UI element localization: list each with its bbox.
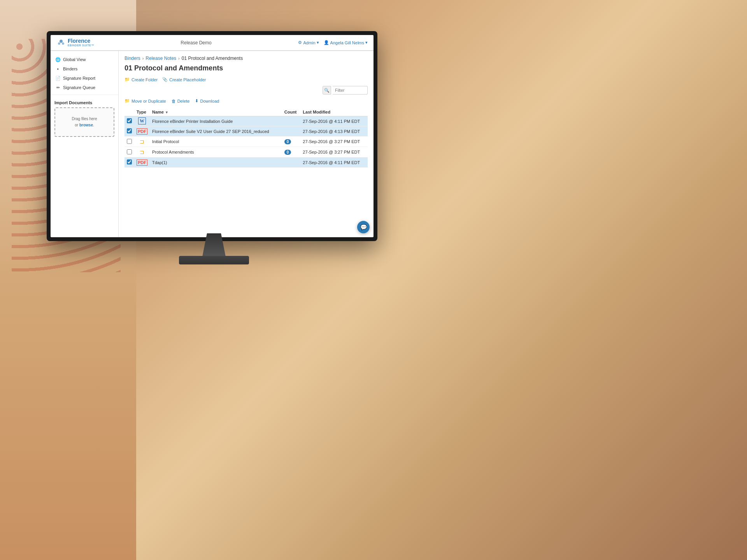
row-checkbox-5[interactable] (127, 159, 132, 164)
breadcrumb-sep-1: › (142, 56, 144, 61)
row-checkbox-3[interactable] (127, 139, 132, 144)
table-row: PDFFlorence eBinder Suite V2 User Guide … (124, 126, 368, 136)
browse-link[interactable]: browse (79, 123, 93, 127)
chat-icon: 💬 (360, 224, 367, 230)
row-checkbox-2[interactable] (127, 128, 132, 133)
table-row: WFlorence eBinder Printer Installation G… (124, 116, 368, 126)
col-header-checkbox (124, 108, 134, 116)
breadcrumb-binders[interactable]: Binders (124, 56, 140, 61)
user-dropdown-arrow: ▾ (365, 40, 368, 45)
col-header-last-modified: Last Modified (300, 108, 368, 116)
breadcrumb: Binders › Release Notes › 01 Protocol an… (124, 56, 368, 61)
row-type-1: W (134, 116, 150, 126)
row-name-1[interactable]: Florence eBinder Printer Installation Gu… (150, 116, 282, 126)
logo-text: Florence eBINDER SUITE™ (68, 38, 94, 47)
row-checkbox-1[interactable] (127, 118, 132, 123)
row-count-4: 0 (282, 147, 301, 158)
sidebar-item-signature-report[interactable]: 📄 Signature Report (51, 74, 118, 83)
file-table: Type Name ▼ Count Last Modified WFlorenc… (124, 108, 368, 168)
logo-area: Florence eBINDER SUITE™ (56, 38, 94, 47)
binders-icon: ▪ (55, 66, 61, 72)
row-name-5[interactable]: Tdap(1) (150, 158, 282, 168)
row-count-5 (282, 158, 301, 168)
row-modified-1: 27-Sep-2016 @ 4:11 PM EDT (300, 116, 368, 126)
create-folder-icon: 📁 (124, 77, 130, 82)
sidebar-divider (51, 94, 118, 95)
sidebar: 🌐 Global View ▪ Binders 📄 Signature Repo… (51, 51, 119, 237)
sidebar-label-signature-report: Signature Report (63, 76, 95, 80)
logo-suite: eBINDER SUITE™ (68, 44, 94, 47)
download-icon: ⬇ (195, 98, 198, 103)
row-name-3[interactable]: Initial Protocol (150, 136, 282, 147)
main-content: Binders › Release Notes › 01 Protocol an… (119, 51, 374, 237)
create-folder-button[interactable]: 📁 Create Folder (124, 76, 158, 83)
florence-logo-icon (56, 38, 66, 47)
search-row: 🔍 (124, 86, 368, 94)
import-label: Import Documents (54, 100, 114, 105)
app-body: 🌐 Global View ▪ Binders 📄 Signature Repo… (51, 51, 374, 237)
monitor-wrapper: Florence eBINDER SUITE™ Release Demo ⚙ A… (47, 31, 381, 272)
user-icon: 👤 (324, 40, 329, 45)
admin-menu[interactable]: ⚙ Admin ▾ (298, 40, 319, 45)
download-label: Download (200, 99, 219, 103)
search-button[interactable]: 🔍 (323, 86, 331, 94)
user-label: Angela Gill Nelms (330, 40, 364, 45)
row-type-2: PDF (134, 126, 150, 136)
row-count-2 (282, 126, 301, 136)
breadcrumb-current: 01 Protocol and Amendments (182, 56, 243, 61)
trash-icon: 🗑 (172, 99, 176, 103)
col-header-count: Count (282, 108, 301, 116)
gear-icon: ⚙ (298, 40, 302, 45)
monitor-screen: Florence eBINDER SUITE™ Release Demo ⚙ A… (51, 35, 374, 237)
row-type-5: PDF (134, 158, 150, 168)
row-modified-5: 27-Sep-2016 @ 4:11 PM EDT (300, 158, 368, 168)
table-row: PDFTdap(1)27-Sep-2016 @ 4:11 PM EDT (124, 158, 368, 168)
sidebar-item-global-view[interactable]: 🌐 Global View (51, 55, 118, 64)
filter-input[interactable] (333, 86, 368, 94)
row-type-4: ⊐ (134, 147, 150, 158)
row-name-2[interactable]: Florence eBinder Suite V2 User Guide 27 … (150, 126, 282, 136)
col-header-type: Type (134, 108, 150, 116)
delete-button[interactable]: 🗑 Delete (172, 99, 190, 103)
toolbar-row: 📁 Create Folder 📎 Create Placeholder (124, 76, 368, 83)
drop-period: . (93, 123, 94, 127)
import-section: Import Documents Drag files hereor brows… (51, 97, 118, 140)
row-modified-2: 27-Sep-2016 @ 4:13 PM EDT (300, 126, 368, 136)
sidebar-label-global-view: Global View (63, 57, 86, 62)
admin-label: Admin (303, 40, 315, 45)
sidebar-label-signature-queue: Signature Queue (63, 85, 95, 90)
breadcrumb-release-notes[interactable]: Release Notes (146, 56, 176, 61)
logo-name: Florence (68, 38, 94, 44)
page-title: 01 Protocol and Amendments (124, 64, 368, 72)
header-right: ⚙ Admin ▾ 👤 Angela Gill Nelms ▾ (298, 40, 368, 45)
drop-zone[interactable]: Drag files hereor browse. (54, 107, 114, 137)
row-checkbox-4[interactable] (127, 149, 132, 154)
col-header-name[interactable]: Name ▼ (150, 108, 282, 116)
user-menu[interactable]: 👤 Angela Gill Nelms ▾ (324, 40, 368, 45)
row-count-3: 0 (282, 136, 301, 147)
create-placeholder-icon: 📎 (162, 77, 168, 82)
svg-point-0 (60, 40, 63, 43)
table-row: ⊐Protocol Amendments027-Sep-2016 @ 3:27 … (124, 147, 368, 158)
sidebar-item-binders[interactable]: ▪ Binders (51, 64, 118, 74)
download-button[interactable]: ⬇ Download (195, 98, 219, 103)
signature-queue-icon: ✏ (55, 85, 61, 90)
monitor-base (179, 256, 249, 264)
create-placeholder-label: Create Placeholder (169, 77, 206, 82)
row-name-4[interactable]: Protocol Amendments (150, 147, 282, 158)
globe-icon: 🌐 (55, 57, 61, 62)
chat-bubble-button[interactable]: 💬 (357, 221, 370, 233)
app-header: Florence eBINDER SUITE™ Release Demo ⚙ A… (51, 35, 374, 51)
search-icon: 🔍 (324, 88, 330, 93)
delete-label: Delete (177, 99, 190, 103)
row-count-1 (282, 116, 301, 126)
move-icon: 📁 (124, 98, 130, 103)
signature-report-icon: 📄 (55, 75, 61, 81)
svg-point-2 (62, 42, 64, 45)
create-placeholder-button[interactable]: 📎 Create Placeholder (162, 76, 206, 83)
admin-dropdown-arrow: ▾ (317, 40, 319, 45)
breadcrumb-sep-2: › (178, 56, 180, 61)
move-duplicate-button[interactable]: 📁 Move or Duplicate (124, 98, 166, 103)
sidebar-item-signature-queue[interactable]: ✏ Signature Queue (51, 83, 118, 92)
row-type-3: ⊐ (134, 136, 150, 147)
